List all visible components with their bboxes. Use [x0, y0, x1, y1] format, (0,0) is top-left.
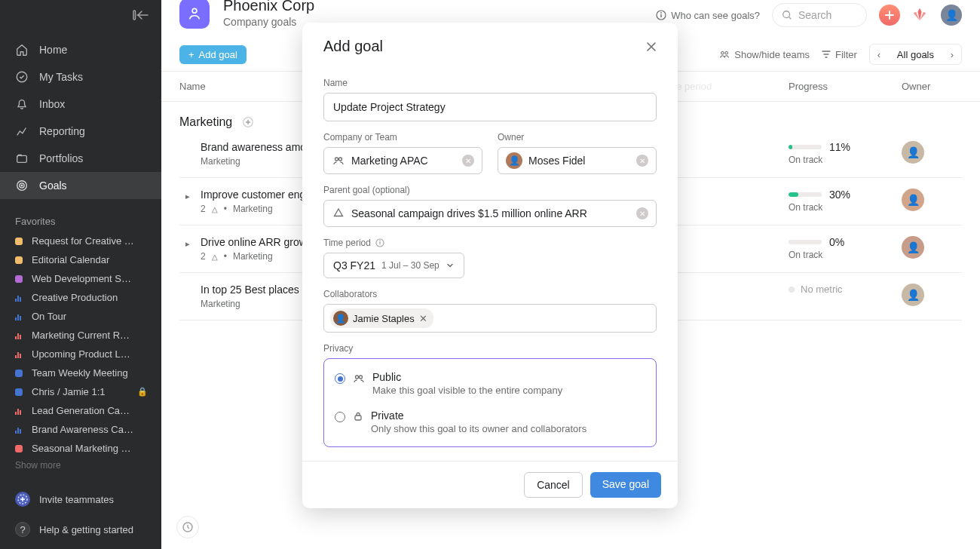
public-title: Public — [372, 371, 562, 383]
owner-value: Moses Fidel — [528, 155, 630, 167]
svg-point-16 — [335, 158, 338, 161]
close-icon — [646, 41, 657, 52]
team-icon — [332, 155, 345, 167]
modal-close-button[interactable] — [646, 41, 657, 52]
cancel-button[interactable]: Cancel — [524, 472, 583, 498]
tp-value: Q3 FY21 — [333, 259, 375, 271]
collaborator-chip: 👤 Jamie Staples ✕ — [330, 308, 433, 328]
modal-title: Add goal — [323, 38, 383, 55]
parent-value: Seasonal campaign drives $1.5 million on… — [351, 207, 630, 219]
company-select[interactable]: Marketing APAC ✕ — [323, 147, 482, 174]
goal-icon — [332, 208, 345, 219]
owner-avatar: 👤 — [506, 152, 522, 169]
parent-goal-select[interactable]: Seasonal campaign drives $1.5 million on… — [323, 200, 657, 227]
public-icon — [353, 373, 365, 385]
company-clear[interactable]: ✕ — [462, 155, 474, 167]
svg-point-22 — [360, 376, 363, 379]
svg-point-20 — [379, 241, 381, 242]
collab-name: Jamie Staples — [353, 313, 415, 324]
svg-point-17 — [339, 158, 342, 161]
owner-select[interactable]: 👤 Moses Fidel ✕ — [498, 147, 657, 174]
time-period-label: Time period — [323, 238, 657, 248]
collaborators-label: Collaborators — [323, 289, 657, 299]
collab-remove[interactable]: ✕ — [419, 313, 427, 324]
lock-icon — [353, 411, 363, 422]
tp-range: 1 Jul – 30 Sep — [381, 260, 439, 271]
time-period-select[interactable]: Q3 FY21 1 Jul – 30 Sep — [323, 253, 464, 278]
collab-avatar: 👤 — [333, 311, 348, 326]
name-label: Name — [323, 78, 657, 88]
svg-rect-19 — [379, 242, 380, 244]
owner-clear[interactable]: ✕ — [636, 155, 648, 167]
collaborators-input[interactable]: 👤 Jamie Staples ✕ — [323, 304, 657, 333]
modal-overlay: Add goal Name Company or Team Mar — [0, 0, 980, 549]
company-label: Company or Team — [323, 132, 482, 143]
privacy-private-radio[interactable] — [335, 412, 345, 422]
private-title: Private — [371, 409, 586, 422]
chevron-down-icon — [446, 261, 455, 270]
owner-label: Owner — [498, 132, 657, 143]
privacy-group: Public Make this goal visible to the ent… — [323, 358, 657, 447]
svg-point-21 — [356, 376, 359, 379]
public-desc: Make this goal visible to the entire com… — [372, 385, 562, 396]
parent-clear[interactable]: ✕ — [636, 207, 648, 219]
company-value: Marketing APAC — [351, 155, 456, 167]
private-desc: Only show this goal to its owner and col… — [371, 423, 586, 434]
parent-label: Parent goal (optional) — [323, 185, 657, 195]
privacy-public-radio[interactable] — [335, 373, 345, 384]
add-goal-modal: Add goal Name Company or Team Mar — [302, 23, 678, 508]
svg-rect-23 — [355, 416, 361, 420]
goal-name-input[interactable] — [323, 93, 657, 121]
privacy-label: Privacy — [323, 343, 657, 354]
info-icon — [375, 238, 384, 247]
save-goal-button[interactable]: Save goal — [590, 472, 661, 498]
